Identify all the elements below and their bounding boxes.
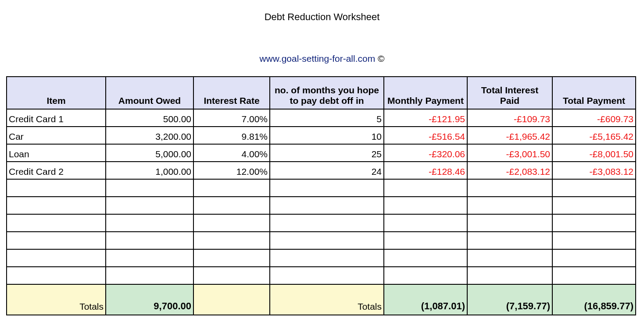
- cell-blank[interactable]: [7, 232, 106, 249]
- copyright-mark: ©: [378, 53, 384, 64]
- cell-blank[interactable]: [7, 197, 106, 214]
- cell-blank[interactable]: [106, 232, 193, 249]
- cell-interest-rate[interactable]: 9.81%: [193, 127, 270, 144]
- cell-blank[interactable]: [7, 249, 106, 267]
- cell-blank[interactable]: [384, 179, 467, 197]
- cell-blank[interactable]: [384, 232, 467, 249]
- cell-blank[interactable]: [270, 179, 384, 197]
- cell-blank[interactable]: [106, 179, 193, 197]
- cell-monthly-payment: -£121.95: [384, 109, 467, 127]
- totals-payment: (16,859.77): [552, 284, 636, 315]
- table-row-blank: [7, 232, 636, 249]
- cell-blank[interactable]: [270, 214, 384, 232]
- cell-blank[interactable]: [270, 197, 384, 214]
- table-row: Loan5,000.004.00%25-£320.06-£3,001.50-£8…: [7, 144, 636, 162]
- table-row: Credit Card 21,000.0012.00%24-£128.46-£2…: [7, 162, 636, 179]
- totals-label-left: Totals: [7, 284, 106, 315]
- table-row-blank: [7, 179, 636, 197]
- cell-amount-owed[interactable]: 5,000.00: [106, 144, 193, 162]
- page-title: Debt Reduction Worksheet: [6, 11, 638, 23]
- source-line: www.goal-setting-for-all.com ©: [6, 53, 638, 64]
- cell-blank[interactable]: [467, 232, 552, 249]
- cell-amount-owed[interactable]: 1,000.00: [106, 162, 193, 179]
- cell-amount-owed[interactable]: 3,200.00: [106, 127, 193, 144]
- totals-row: Totals9,700.00Totals(1,087.01)(7,159.77)…: [7, 284, 636, 315]
- cell-total-interest: -£3,001.50: [467, 144, 552, 162]
- cell-blank[interactable]: [106, 249, 193, 267]
- debt-table: Item Amount Owed Interest Rate no. of mo…: [6, 76, 636, 315]
- cell-months[interactable]: 10: [270, 127, 384, 144]
- cell-blank[interactable]: [467, 197, 552, 214]
- totals-interest: (7,159.77): [467, 284, 552, 315]
- col-total-interest: Total Interest Paid: [467, 77, 552, 109]
- cell-amount-owed[interactable]: 500.00: [106, 109, 193, 127]
- col-total-payment: Total Payment: [552, 77, 636, 109]
- table-body: Credit Card 1500.007.00%5-£121.95-£109.7…: [7, 109, 636, 315]
- cell-monthly-payment: -£320.06: [384, 144, 467, 162]
- cell-blank[interactable]: [467, 249, 552, 267]
- cell-blank[interactable]: [384, 267, 467, 284]
- cell-blank[interactable]: [193, 232, 270, 249]
- cell-blank[interactable]: [193, 249, 270, 267]
- cell-blank[interactable]: [552, 179, 636, 197]
- cell-total-payment: -£8,001.50: [552, 144, 636, 162]
- cell-item[interactable]: Car: [7, 127, 106, 144]
- cell-blank[interactable]: [467, 179, 552, 197]
- cell-months[interactable]: 25: [270, 144, 384, 162]
- cell-total-interest: -£2,083.12: [467, 162, 552, 179]
- totals-label-right: Totals: [270, 284, 384, 315]
- table-row: Credit Card 1500.007.00%5-£121.95-£109.7…: [7, 109, 636, 127]
- cell-blank[interactable]: [7, 179, 106, 197]
- cell-item[interactable]: Loan: [7, 144, 106, 162]
- cell-blank[interactable]: [384, 197, 467, 214]
- cell-blank[interactable]: [106, 267, 193, 284]
- cell-blank[interactable]: [106, 197, 193, 214]
- cell-blank[interactable]: [193, 214, 270, 232]
- cell-blank[interactable]: [552, 197, 636, 214]
- table-row-blank: [7, 197, 636, 214]
- cell-interest-rate[interactable]: 7.00%: [193, 109, 270, 127]
- cell-interest-rate[interactable]: 12.00%: [193, 162, 270, 179]
- cell-blank[interactable]: [193, 179, 270, 197]
- cell-interest-rate[interactable]: 4.00%: [193, 144, 270, 162]
- table-row-blank: [7, 267, 636, 284]
- table-row-blank: [7, 249, 636, 267]
- cell-blank[interactable]: [7, 214, 106, 232]
- cell-blank[interactable]: [193, 267, 270, 284]
- totals-amount-owed: 9,700.00: [106, 284, 193, 315]
- cell-blank[interactable]: [467, 267, 552, 284]
- col-months: no. of months you hope to pay debt off i…: [270, 77, 384, 109]
- cell-blank[interactable]: [552, 232, 636, 249]
- cell-blank[interactable]: [193, 197, 270, 214]
- cell-blank[interactable]: [384, 214, 467, 232]
- cell-blank[interactable]: [270, 232, 384, 249]
- cell-months[interactable]: 24: [270, 162, 384, 179]
- cell-blank[interactable]: [270, 267, 384, 284]
- col-amount-owed: Amount Owed: [106, 77, 193, 109]
- cell-blank[interactable]: [552, 249, 636, 267]
- col-monthly-payment: Monthly Payment: [384, 77, 467, 109]
- col-interest-rate: Interest Rate: [193, 77, 270, 109]
- cell-blank[interactable]: [467, 214, 552, 232]
- cell-total-payment: -£609.73: [552, 109, 636, 127]
- cell-blank[interactable]: [552, 267, 636, 284]
- cell-months[interactable]: 5: [270, 109, 384, 127]
- cell-blank[interactable]: [552, 214, 636, 232]
- worksheet-page: Debt Reduction Worksheet www.goal-settin…: [0, 0, 644, 324]
- cell-blank[interactable]: [270, 249, 384, 267]
- source-link[interactable]: www.goal-setting-for-all.com: [259, 53, 375, 64]
- cell-blank[interactable]: [384, 249, 467, 267]
- table-row-blank: [7, 214, 636, 232]
- table-row: Car3,200.009.81%10-£516.54-£1,965.42-£5,…: [7, 127, 636, 144]
- cell-item[interactable]: Credit Card 1: [7, 109, 106, 127]
- col-item: Item: [7, 77, 106, 109]
- cell-total-interest: -£109.73: [467, 109, 552, 127]
- cell-item[interactable]: Credit Card 2: [7, 162, 106, 179]
- cell-total-payment: -£5,165.42: [552, 127, 636, 144]
- cell-total-interest: -£1,965.42: [467, 127, 552, 144]
- cell-monthly-payment: -£128.46: [384, 162, 467, 179]
- cell-monthly-payment: -£516.54: [384, 127, 467, 144]
- cell-blank[interactable]: [106, 214, 193, 232]
- cell-total-payment: -£3,083.12: [552, 162, 636, 179]
- cell-blank[interactable]: [7, 267, 106, 284]
